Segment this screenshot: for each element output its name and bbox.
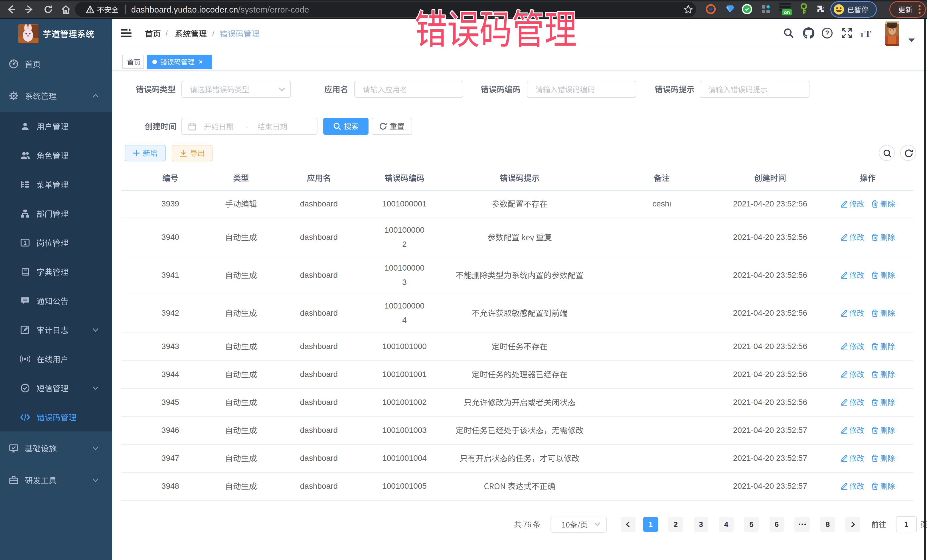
- svg-text:T: T: [865, 29, 871, 39]
- svg-text:1: 1: [24, 240, 27, 246]
- svg-text:on: on: [784, 10, 790, 15]
- svg-text:T: T: [860, 31, 864, 38]
- svg-text:?: ?: [825, 29, 829, 37]
